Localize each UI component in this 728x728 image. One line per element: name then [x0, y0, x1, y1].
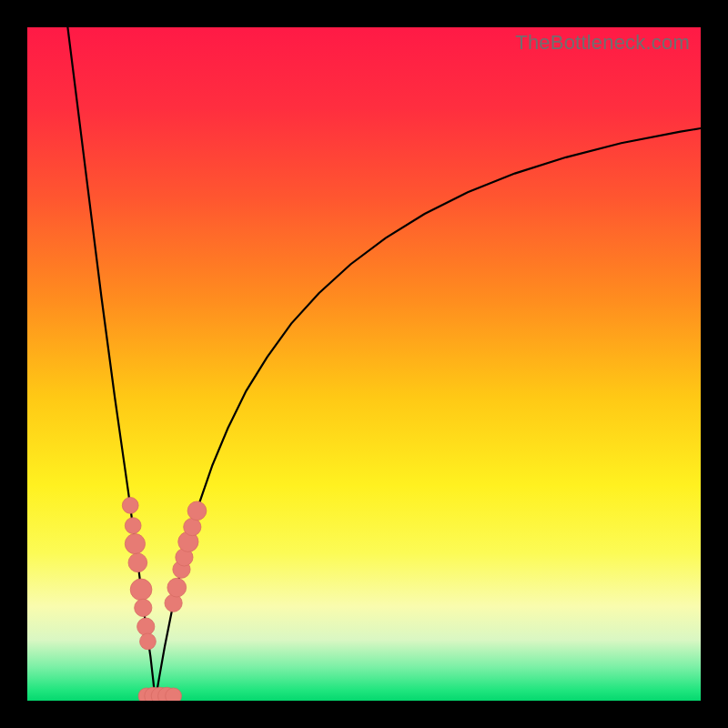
data-marker	[187, 501, 207, 521]
data-marker	[122, 498, 138, 514]
data-marker	[125, 518, 141, 534]
data-marker	[167, 578, 187, 597]
chart-curves	[27, 27, 701, 701]
data-markers	[122, 498, 207, 701]
data-marker	[140, 633, 157, 650]
watermark-text: TheBottleneck.com	[515, 31, 690, 55]
curve-right-branch	[156, 128, 701, 701]
data-marker	[184, 518, 201, 535]
plot-area: TheBottleneck.com	[27, 27, 701, 701]
data-marker	[130, 579, 152, 601]
data-marker	[135, 599, 152, 616]
chart-frame: TheBottleneck.com	[0, 0, 728, 728]
data-marker	[137, 618, 155, 635]
data-marker	[128, 553, 147, 572]
data-marker	[166, 688, 182, 701]
data-marker	[125, 533, 145, 553]
